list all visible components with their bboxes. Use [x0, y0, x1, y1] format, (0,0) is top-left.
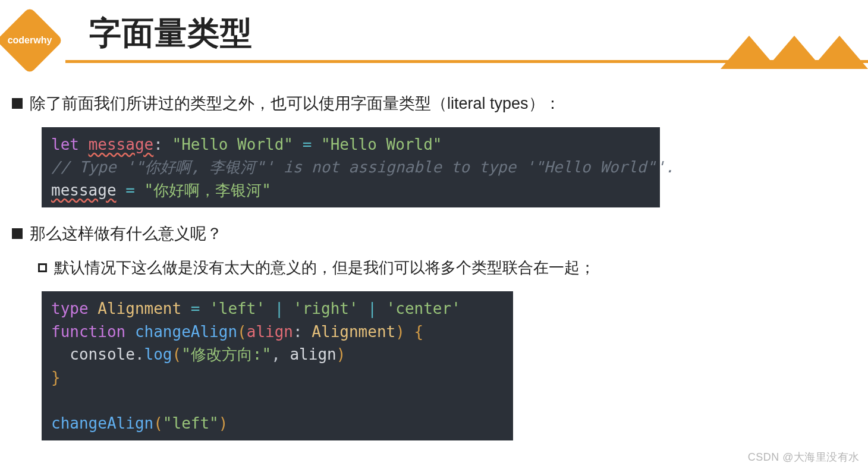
rparen-3: ) — [219, 414, 228, 432]
str-nihao: "你好啊，李银河" — [144, 181, 271, 199]
bullet-square-icon — [12, 98, 23, 109]
ident-console: console — [70, 345, 135, 363]
str-center: 'center' — [386, 300, 461, 317]
bullet-1-text: 除了前面我们所讲过的类型之外，也可以使用字面量类型（literal types）… — [30, 93, 561, 114]
arg-align: align — [290, 345, 336, 363]
param-align: align — [247, 323, 293, 341]
colon: : — [293, 323, 303, 341]
bullet-2-text: 那么这样做有什么意义呢？ — [30, 223, 222, 244]
dot: . — [135, 345, 144, 363]
code-block-2: type Alignment = 'left' | 'right' | 'cen… — [42, 291, 513, 440]
hollow-square-icon — [38, 263, 47, 272]
colon: : — [153, 136, 163, 153]
pipe-2: | — [367, 300, 377, 317]
code-block-1: let message: "Hello World" = "Hello Worl… — [42, 127, 660, 207]
lbrace: { — [414, 323, 424, 341]
eq-2: = — [125, 181, 135, 199]
lparen-2: ( — [172, 345, 182, 363]
rparen: ) — [395, 323, 405, 341]
rbrace: } — [51, 369, 61, 386]
comment-line: // Type '"你好啊, 李银河"' is not assignable t… — [51, 158, 674, 176]
str-left-arg: "left" — [163, 414, 219, 432]
str-log: "修改方向:" — [181, 345, 271, 363]
decor-triangles — [732, 36, 868, 69]
ident-message-2: message — [51, 181, 117, 199]
pipe-1: | — [275, 300, 284, 317]
lparen: ( — [237, 323, 247, 341]
bullet-1: 除了前面我们所讲过的类型之外，也可以使用字面量类型（literal types）… — [12, 93, 856, 114]
lparen-3: ( — [153, 414, 163, 432]
str-left: 'left' — [209, 300, 265, 317]
sub-bullet-1-text: 默认情况下这么做是没有太大的意义的，但是我们可以将多个类型联合在一起； — [54, 257, 595, 278]
func-changealign: changeAlign — [135, 323, 237, 341]
logo-text: coderwhy — [6, 17, 54, 64]
eq: = — [303, 136, 312, 153]
str-right: 'right' — [293, 300, 358, 317]
bullet-2: 那么这样做有什么意义呢？ — [12, 223, 856, 244]
slide-header: coderwhy 字面量类型 — [0, 0, 868, 63]
bullet-square-icon — [12, 228, 23, 239]
sub-bullet-1: 默认情况下这么做是没有太大的意义的，但是我们可以将多个类型联合在一起； — [38, 257, 856, 278]
kw-let: let — [51, 136, 79, 153]
ident-message: message — [89, 136, 154, 153]
type-alignment: Alignment — [98, 300, 181, 317]
watermark: CSDN @大海里没有水 — [748, 450, 860, 464]
param-type: Alignment — [312, 323, 395, 341]
slide-content: 除了前面我们所讲过的类型之外，也可以使用字面量类型（literal types）… — [0, 63, 868, 456]
func-log: log — [144, 345, 172, 363]
str-hello-type: "Hello World" — [172, 136, 294, 153]
kw-type: type — [51, 300, 89, 317]
comma: , — [271, 345, 281, 363]
kw-function: function — [51, 323, 125, 341]
eq: = — [191, 300, 200, 317]
call-changealign: changeAlign — [51, 414, 153, 432]
rparen-2: ) — [336, 345, 346, 363]
str-hello-val: "Hello World" — [321, 136, 442, 153]
